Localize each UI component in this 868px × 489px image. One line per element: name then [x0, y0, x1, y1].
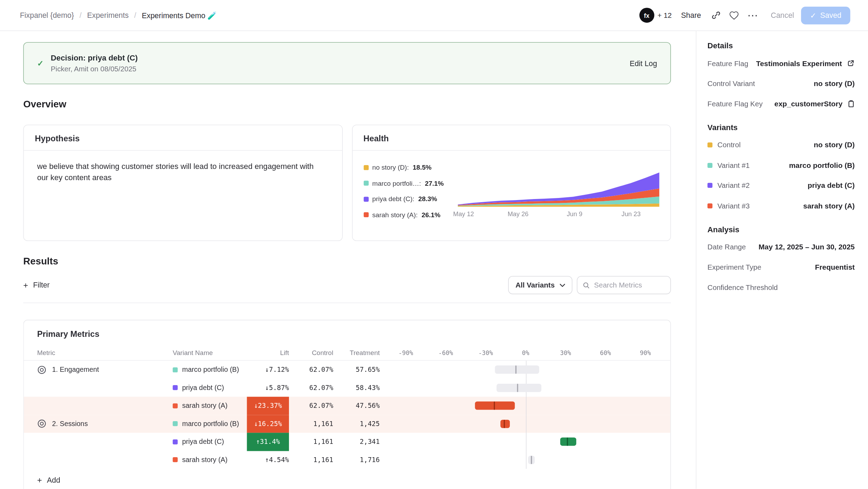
variant-name: sarah story (A): [182, 402, 227, 410]
control-variant-value: no story (D): [814, 79, 855, 88]
legend-item: marco portfoli…: 27.1%: [363, 179, 452, 187]
hypothesis-card: Hypothesis we believe that showing custo…: [23, 125, 342, 241]
control-value: 1,161: [289, 415, 333, 433]
hypothesis-body: we believe that showing customer stories…: [24, 151, 337, 193]
confidence-interval-plot: [392, 433, 659, 451]
metric-table-row[interactable]: sarah story (A) ↓23.37% 62.07% 47.56%: [24, 397, 670, 414]
analysis-label: Date Range: [708, 243, 746, 251]
variant-value: priya debt (C): [808, 181, 855, 190]
variant-label: Control: [717, 141, 740, 149]
detail-row-control-variant: Control Variant no story (D): [708, 73, 855, 94]
col-lift: Lift: [247, 345, 289, 360]
breadcrumb: Fixpanel {demo} / Experiments / Experime…: [20, 11, 217, 20]
treatment-value: 1,425: [333, 415, 380, 433]
results-heading: Results: [23, 255, 671, 267]
check-icon: ✓: [810, 11, 816, 20]
metric-goal-icon: [37, 365, 46, 375]
add-metric-button[interactable]: + Add: [24, 469, 670, 489]
decision-title: Decision: priya debt (C): [51, 53, 138, 62]
details-heading: Details: [708, 41, 855, 50]
experiments-page: Fixpanel {demo} / Experiments / Experime…: [0, 0, 868, 489]
variant-value: no story (D): [814, 141, 855, 149]
details-section: Details Feature Flag Testimonials Experi…: [708, 41, 855, 114]
treatment-value: 47.56%: [333, 397, 380, 414]
detail-label: Feature Flag Key: [708, 100, 763, 108]
variants-filter-dropdown[interactable]: All Variants: [508, 276, 572, 294]
control-value: 62.07%: [289, 379, 333, 397]
hypothesis-title: Hypothesis: [24, 125, 342, 151]
legend-label: no story (D):: [372, 163, 409, 171]
legend-item: priya debt (C): 28.3%: [363, 195, 452, 203]
chevron-down-icon: [560, 283, 565, 287]
treatment-value: 1,716: [333, 451, 380, 469]
lift-value: ↓16.25%: [247, 415, 289, 433]
overview-heading: Overview: [23, 99, 671, 110]
confidence-interval-plot: [392, 361, 659, 378]
search-metrics-input[interactable]: [594, 281, 665, 289]
favorite-heart-icon[interactable]: [729, 10, 740, 21]
date-range-value: May 12, 2025 – Jun 30, 2025: [759, 243, 855, 251]
analysis-row-experiment-type: Experiment Type Frequentist: [708, 257, 855, 277]
edit-log-button[interactable]: Edit Log: [630, 59, 657, 68]
variant-color-swatch: [173, 439, 178, 444]
legend-label: sarah story (A):: [372, 211, 418, 219]
lift-value: ↓5.87%: [247, 379, 289, 397]
variant-name: sarah story (A): [182, 456, 227, 463]
top-bar: Fixpanel {demo} / Experiments / Experime…: [0, 0, 868, 31]
lift-value: ↑4.54%: [247, 451, 289, 469]
variant-row-3: Variant #3 sarah story (A): [708, 196, 855, 216]
clipboard-copy-icon[interactable]: [847, 100, 855, 108]
metric-table-row[interactable]: 2. Sessions marco portfolio (B) ↓16.25% …: [24, 415, 670, 433]
decision-subtitle: Picker, Amit on 08/05/2025: [51, 65, 138, 73]
analysis-label: Experiment Type: [708, 263, 761, 271]
breadcrumb-current[interactable]: Experiments Demo 🧪: [142, 11, 217, 20]
zero-line: [526, 433, 526, 451]
breadcrumb-experiments[interactable]: Experiments: [87, 11, 129, 20]
legend-value: 28.3%: [418, 195, 437, 203]
metric-table-row[interactable]: priya debt (C) ↓5.87% 62.07% 58.43%: [24, 379, 670, 397]
variant-label: Variant #1: [717, 161, 750, 170]
health-chart: [457, 170, 659, 207]
saved-button[interactable]: ✓ Saved: [801, 6, 850, 24]
variant-name: marco portfolio (B): [182, 420, 239, 427]
metric-table-row[interactable]: sarah story (A) ↑4.54% 1,161 1,716: [24, 451, 670, 469]
variants-section: Variants Control no story (D) Variant #1…: [708, 123, 855, 216]
confidence-interval-plot: [392, 451, 659, 469]
lift-value: ↓23.37%: [247, 397, 289, 414]
main-content: ✓ Decision: priya debt (C) Picker, Amit …: [0, 31, 696, 489]
metric-table-row[interactable]: priya debt (C) ↑31.4% 1,161 2,341: [24, 433, 670, 451]
legend-value: 27.1%: [425, 179, 444, 187]
share-button[interactable]: Share: [681, 11, 701, 20]
feature-flag-value[interactable]: Testimonials Experiment: [756, 59, 842, 68]
variant-color-swatch: [173, 457, 178, 462]
variant-color-swatch: [708, 163, 713, 168]
link-icon[interactable]: [710, 10, 722, 21]
legend-label: marco portfoli…:: [372, 179, 421, 187]
col-control: Control: [289, 345, 333, 360]
add-filter-button[interactable]: + Filter: [23, 281, 50, 290]
health-x-labels: May 12May 26Jun 9Jun 23: [457, 210, 659, 219]
collaborator-count[interactable]: + 12: [657, 11, 672, 20]
ci-axis: -90%-60%-30%0%30%60%90%: [392, 345, 659, 360]
zero-line: [526, 397, 526, 414]
col-treatment: Treatment: [333, 345, 380, 360]
analysis-row-date-range: Date Range May 12, 2025 – Jun 30, 2025: [708, 237, 855, 257]
control-value: 62.07%: [289, 361, 333, 378]
page-layout: ✓ Decision: priya debt (C) Picker, Amit …: [0, 31, 868, 489]
variant-name: marco portfolio (B): [182, 366, 239, 374]
avatar[interactable]: fx: [639, 8, 654, 23]
metric-name: 2. Sessions: [52, 420, 88, 427]
variant-value: sarah story (A): [803, 201, 855, 210]
cancel-button[interactable]: Cancel: [771, 11, 794, 20]
experiment-type-value: Frequentist: [815, 263, 855, 271]
legend-swatch: [363, 197, 368, 201]
variant-color-swatch: [173, 385, 178, 390]
results-divider: [23, 303, 671, 303]
external-link-icon[interactable]: [847, 59, 855, 67]
variant-color-swatch: [708, 183, 713, 188]
search-metrics-box: [577, 276, 671, 294]
zero-line: [526, 415, 526, 433]
metric-table-row[interactable]: 1. Engagement marco portfolio (B) ↓7.12%…: [24, 361, 670, 378]
breadcrumb-project[interactable]: Fixpanel {demo}: [20, 11, 74, 20]
more-options-icon[interactable]: ⋯: [747, 10, 758, 21]
